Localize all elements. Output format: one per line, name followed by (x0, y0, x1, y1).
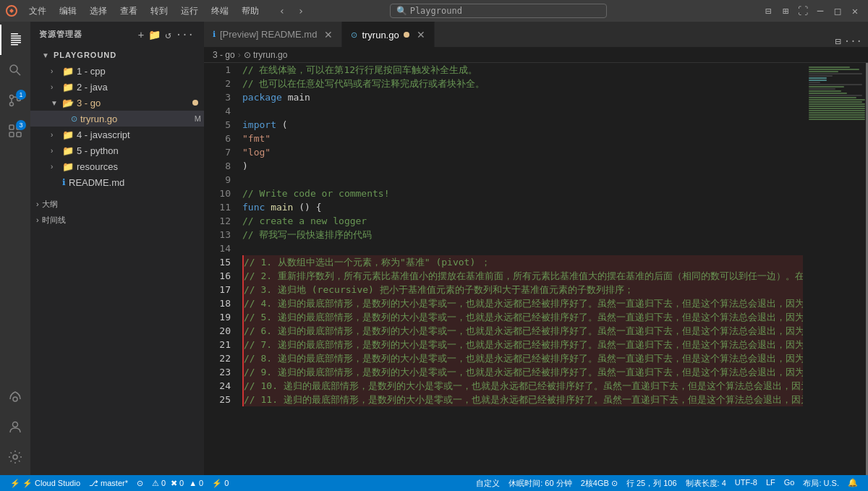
minimap-canvas (803, 63, 868, 475)
code-line-14 (242, 242, 803, 255)
menu-terminal[interactable]: 终端 (205, 4, 234, 19)
menu-edit[interactable]: 编辑 (54, 4, 82, 19)
sidebar-item-java[interactable]: › 📁 2 - java (30, 79, 204, 95)
sidebar-item-tryrun-go[interactable]: ⊙ tryrun.go M (30, 111, 204, 127)
folder-icon: 📁 (62, 129, 74, 140)
line-num-6: 6 (210, 132, 231, 145)
menu-view[interactable]: 查看 (114, 4, 143, 19)
git-branch-status[interactable]: ⎇ master* (85, 475, 132, 491)
layout-icon[interactable]: ⊟ (761, 4, 775, 18)
lightning-status[interactable]: ⚡ 0 (208, 475, 233, 491)
outline-section[interactable]: › 大纲 (30, 196, 204, 212)
menu-file[interactable]: 文件 (23, 4, 52, 19)
svg-point-18 (13, 455, 17, 459)
sidebar-item-go[interactable]: ▼ 📂 3 - go (30, 95, 204, 111)
sidebar-item-readme[interactable]: ℹ README.md (30, 174, 204, 190)
activity-files[interactable] (0, 25, 30, 55)
folder-icon: 📁 (62, 66, 74, 77)
encoding-status[interactable]: UTF-8 (731, 478, 762, 487)
idle-time-status[interactable]: 休眠时间: 60 分钟 (504, 478, 576, 489)
tab-tryrun-go[interactable]: ⊙ tryrun.go ✕ (342, 22, 434, 47)
new-file-button[interactable]: + (137, 27, 145, 42)
line-num-10: 10 (210, 187, 231, 200)
custom-label: 自定义 (476, 478, 500, 489)
search-box[interactable]: 🔍 Playground (390, 4, 607, 18)
language-status[interactable]: Go (780, 478, 799, 487)
sidebar-actions: + 📁 ↺ ··· (137, 27, 195, 42)
activity-extensions[interactable]: 3 (0, 116, 30, 146)
sidebar-item-label: 3 - go (77, 98, 101, 108)
layout-label: 布局: U.S. (803, 478, 839, 489)
line-num-21: 21 (210, 338, 231, 351)
split-editor-icon[interactable]: ⊟ (835, 35, 841, 47)
timeline-section[interactable]: › 时间线 (30, 212, 204, 228)
cursor-position-status[interactable]: 行 25，列 106 (622, 478, 681, 489)
sidebar-item-javascript[interactable]: › 📁 4 - javascript (30, 127, 204, 142)
tab-size-status[interactable]: 制表长度: 4 (681, 478, 731, 489)
lightning-label: 0 (224, 479, 229, 487)
new-folder-button[interactable]: 📁 (147, 27, 162, 42)
resources-status[interactable]: 2核4GB ⊙ (576, 478, 622, 489)
line-num-5: 5 (210, 118, 231, 132)
custom-status[interactable]: 自定义 (472, 478, 504, 489)
maximize-button[interactable]: □ (830, 4, 845, 18)
line-num-1: 1 (210, 63, 231, 77)
sidebar-item-python[interactable]: › 📁 5 - python (30, 142, 204, 158)
sync-status[interactable]: ⊙ (132, 475, 148, 491)
status-right: 自定义 休眠时间: 60 分钟 2核4GB ⊙ 行 25，列 106 制表长度:… (472, 478, 862, 489)
sidebar-item-cpp[interactable]: › 📁 1 - cpp (30, 63, 204, 79)
code-line-23: // 9. 递归的最底部情形，是数列的大小是零或一，也就是永远都已经被排序好了。… (242, 365, 803, 379)
code-text: ( (282, 119, 288, 130)
problems-status[interactable]: ⚠ 0 ✖ 0 ▲ 0 (148, 475, 208, 491)
keyword-package: package (242, 92, 282, 103)
layout-status[interactable]: 布局: U.S. (799, 478, 843, 489)
code-text: main (288, 92, 310, 103)
code-line-21: // 7. 递归的最底部情形，是数列的大小是零或一，也就是永远都已经被排序好了。… (242, 338, 803, 351)
more-tabs-icon[interactable]: ··· (844, 35, 862, 47)
line-num-15: 15 (210, 255, 231, 269)
tab-close-button[interactable]: ✕ (324, 29, 333, 40)
line-ending-status[interactable]: LF (762, 478, 780, 487)
fullscreen-icon[interactable]: ⛶ (796, 4, 810, 18)
line-num-11: 11 (210, 200, 231, 214)
breadcrumb-file[interactable]: ⊙ tryrun.go (244, 50, 288, 60)
code-area[interactable]: // 在线体验，可以在第12行行尾按回车触发补全生成。 // 也可以在任意处写代… (237, 63, 803, 475)
forward-button[interactable]: › (292, 4, 310, 18)
modified-indicator (192, 100, 198, 106)
activity-search[interactable] (0, 55, 30, 85)
sidebar-title: 资源管理器 (39, 29, 82, 40)
breadcrumb-folder[interactable]: 3 - go (213, 50, 235, 60)
line-num-2: 2 (210, 77, 231, 90)
language-label: Go (784, 478, 795, 487)
sidebar-root[interactable]: ▼ PLAYGROUND (30, 47, 204, 63)
activity-remote[interactable] (0, 381, 30, 411)
code-line-5: import ( (242, 118, 803, 132)
line-num-8: 8 (210, 159, 231, 173)
tab-readme[interactable]: ℹ [Preview] README.md ✕ (204, 22, 342, 47)
extensions-badge: 3 (16, 120, 26, 130)
more-actions-button[interactable]: ··· (174, 27, 195, 42)
split-icon[interactable]: ⊞ (778, 4, 793, 18)
svg-rect-3 (11, 38, 21, 39)
menu-select[interactable]: 选择 (84, 4, 113, 19)
menu-help[interactable]: 帮助 (236, 4, 265, 19)
menu-goto[interactable]: 转到 (145, 4, 174, 19)
svg-rect-14 (9, 132, 14, 137)
cloud-studio-status[interactable]: ⚡ ⚡ Cloud Studio (6, 475, 85, 491)
activity-source-control[interactable]: 1 (0, 85, 30, 116)
string-log: "log" (242, 147, 271, 158)
close-button[interactable]: ✕ (848, 4, 862, 18)
refresh-button[interactable]: ↺ (163, 27, 172, 42)
collapse-icon: › (51, 83, 62, 91)
collapse-icon: › (51, 147, 62, 155)
minimize-button[interactable]: ─ (813, 4, 827, 18)
activity-account[interactable] (0, 411, 30, 442)
menu-run[interactable]: 运行 (175, 4, 204, 19)
tab-close-button[interactable]: ✕ (417, 29, 425, 40)
code-line-13: // 帮我写一段快速排序的代码 (242, 228, 803, 242)
svg-point-16 (13, 397, 17, 401)
activity-settings[interactable] (0, 442, 30, 472)
notifications-status[interactable]: 🔔 (843, 478, 862, 487)
back-button[interactable]: ‹ (273, 4, 291, 18)
sidebar-item-resources[interactable]: › 📁 resources (30, 158, 204, 174)
